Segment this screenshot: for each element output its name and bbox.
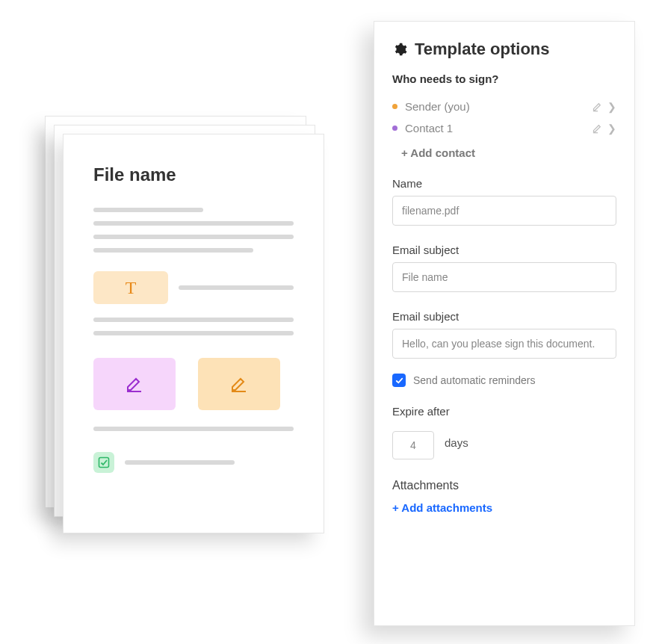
email-subject-label-1: Email subject bbox=[392, 244, 616, 256]
signer-label: Sender (you) bbox=[405, 100, 470, 113]
expire-days-input[interactable] bbox=[392, 431, 434, 459]
svg-rect-2 bbox=[99, 458, 109, 468]
template-options-panel: Template options Who needs to sign? Send… bbox=[374, 21, 635, 626]
signer-color-dot bbox=[392, 104, 397, 109]
document-preview[interactable]: File name T bbox=[63, 134, 324, 533]
text-icon: T bbox=[126, 278, 137, 298]
email-subject-label-2: Email subject bbox=[392, 310, 616, 323]
signer-color-dot bbox=[392, 126, 397, 131]
reminders-checkbox[interactable] bbox=[392, 374, 406, 387]
chevron-right-icon[interactable]: ❯ bbox=[607, 123, 616, 134]
chevron-right-icon[interactable]: ❯ bbox=[607, 101, 616, 113]
document-preview-stack: File name T bbox=[45, 116, 321, 527]
placeholder-line bbox=[93, 235, 294, 239]
placeholder-line bbox=[93, 318, 294, 322]
placeholder-line bbox=[93, 248, 253, 253]
panel-title: Template options bbox=[415, 40, 550, 59]
reminders-label: Send automatic reminders bbox=[413, 374, 535, 386]
edit-icon[interactable] bbox=[592, 123, 603, 134]
add-contact-button[interactable]: + Add contact bbox=[401, 146, 475, 159]
checkbox-field[interactable] bbox=[93, 452, 114, 473]
email-subject-input-1[interactable] bbox=[392, 262, 616, 292]
gear-icon bbox=[392, 42, 407, 57]
signature-field-2[interactable] bbox=[198, 358, 280, 410]
placeholder-line bbox=[93, 208, 203, 212]
placeholder-line bbox=[93, 331, 294, 335]
who-signs-label: Who needs to sign? bbox=[392, 72, 616, 85]
signer-row-contact1[interactable]: Contact 1 ❯ bbox=[392, 117, 616, 139]
placeholder-line bbox=[125, 460, 235, 465]
signature-icon bbox=[125, 376, 144, 392]
expire-label: Expire after bbox=[392, 405, 616, 418]
signature-field-1[interactable] bbox=[93, 358, 176, 410]
document-title: File name bbox=[93, 164, 294, 185]
attachments-label: Attachments bbox=[392, 479, 616, 492]
name-label: Name bbox=[392, 177, 616, 190]
panel-header: Template options bbox=[392, 40, 616, 59]
check-icon bbox=[98, 456, 110, 468]
name-input[interactable] bbox=[392, 196, 616, 226]
text-field-block[interactable]: T bbox=[93, 271, 168, 304]
check-icon bbox=[395, 377, 403, 385]
signer-row-sender[interactable]: Sender (you) ❯ bbox=[392, 96, 616, 117]
placeholder-line bbox=[179, 285, 294, 290]
expire-unit: days bbox=[445, 436, 468, 449]
email-body-input[interactable] bbox=[392, 329, 616, 359]
placeholder-line bbox=[93, 221, 294, 226]
placeholder-line bbox=[93, 427, 294, 431]
edit-icon[interactable] bbox=[592, 101, 603, 112]
signer-label: Contact 1 bbox=[405, 122, 453, 134]
signature-icon bbox=[229, 376, 249, 392]
add-attachments-button[interactable]: + Add attachments bbox=[392, 501, 492, 514]
